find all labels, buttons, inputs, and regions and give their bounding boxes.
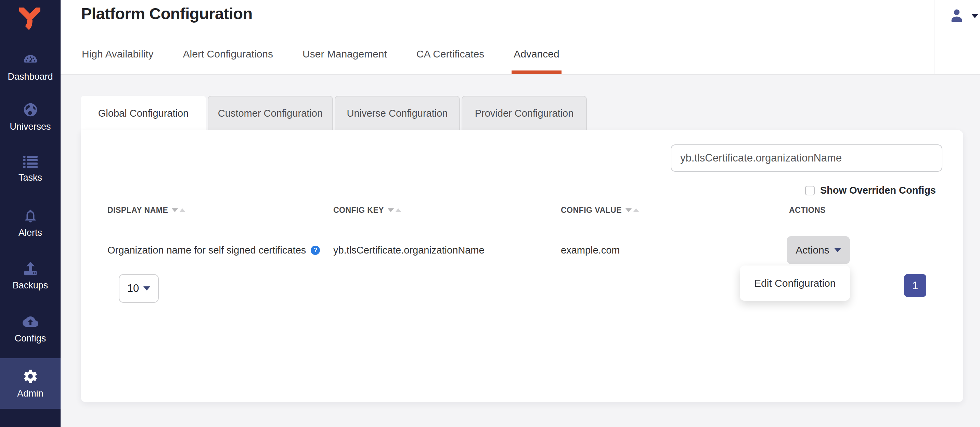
- sidebar-item-label: Admin: [17, 388, 43, 399]
- sidebar-item-label: Alerts: [19, 227, 42, 238]
- column-header-config-key[interactable]: CONFIG KEY: [333, 206, 401, 215]
- sort-icon: [172, 208, 185, 212]
- page-header: Platform Configuration High Availability…: [60, 0, 980, 75]
- table-row-config-value: example.com: [561, 236, 620, 264]
- column-header-actions: ACTIONS: [789, 206, 826, 215]
- sidebar-item-label: Backups: [13, 280, 48, 291]
- tab-provider-configuration[interactable]: Provider Configuration: [461, 96, 587, 130]
- config-card: Show Overriden Configs DISPLAY NAME CONF…: [81, 130, 963, 402]
- column-header-display-name[interactable]: DISPLAY NAME: [107, 206, 185, 215]
- table-row-config-key: yb.tlsCertificate.organizationName: [333, 236, 485, 264]
- tab-user-management[interactable]: User Management: [302, 48, 387, 74]
- sidebar-item-tasks[interactable]: Tasks: [0, 155, 60, 183]
- tab-universe-configuration[interactable]: Universe Configuration: [335, 96, 460, 130]
- gauge-icon: [22, 52, 38, 68]
- sidebar-item-universes[interactable]: Universes: [0, 102, 60, 132]
- sidebar-item-label: Universes: [10, 121, 51, 132]
- sidebar: Dashboard Universes Tasks: [0, 0, 60, 427]
- tab-advanced[interactable]: Advanced: [514, 48, 559, 74]
- gear-icon: [22, 368, 38, 384]
- show-overridden-checkbox[interactable]: [805, 186, 815, 195]
- sort-icon: [625, 208, 639, 212]
- pagination-page-1-button[interactable]: 1: [904, 274, 926, 297]
- tab-customer-configuration[interactable]: Customer Configuration: [208, 96, 333, 130]
- actions-button[interactable]: Actions: [787, 236, 850, 264]
- chevron-down-icon: [834, 248, 841, 252]
- page-title: Platform Configuration: [81, 4, 253, 23]
- sidebar-item-label: Configs: [15, 333, 46, 344]
- tab-high-availability[interactable]: High Availability: [82, 48, 154, 74]
- sidebar-item-backups[interactable]: Backups: [0, 261, 60, 291]
- show-overridden-row: Show Overriden Configs: [805, 185, 936, 196]
- sidebar-item-configs[interactable]: Configs: [0, 314, 60, 344]
- user-icon: [949, 8, 965, 25]
- header-tabs: High Availability Alert Configurations U…: [82, 48, 560, 74]
- cloud-upload-icon: [22, 314, 38, 330]
- chevron-down-icon: [972, 14, 978, 18]
- help-icon[interactable]: ?: [311, 246, 320, 255]
- sidebar-item-admin[interactable]: Admin: [0, 358, 60, 409]
- actions-dropdown-menu: Edit Configuration: [740, 265, 850, 301]
- search-input[interactable]: [671, 144, 942, 172]
- bell-icon: [22, 208, 38, 224]
- sidebar-item-dashboard[interactable]: Dashboard: [0, 52, 60, 82]
- task-list-icon: [22, 155, 38, 169]
- show-overridden-label: Show Overriden Configs: [820, 185, 936, 196]
- tab-ca-certificates[interactable]: CA Certificates: [417, 48, 484, 74]
- tab-alert-configurations[interactable]: Alert Configurations: [183, 48, 273, 74]
- sidebar-item-label: Tasks: [19, 173, 42, 183]
- sidebar-item-label: Dashboard: [8, 71, 53, 82]
- menu-item-edit-configuration[interactable]: Edit Configuration: [740, 265, 850, 301]
- page-size-selector[interactable]: 10: [119, 274, 159, 303]
- sidebar-item-alerts[interactable]: Alerts: [0, 208, 60, 238]
- globe-icon: [22, 102, 38, 118]
- tab-global-configuration[interactable]: Global Configuration: [81, 96, 206, 130]
- column-header-config-value[interactable]: CONFIG VALUE: [561, 206, 639, 215]
- config-tabs: Global Configuration Customer Configurat…: [81, 96, 587, 130]
- yugabyte-logo-icon[interactable]: [19, 8, 40, 32]
- user-menu[interactable]: [949, 8, 978, 25]
- header-divider: [934, 0, 935, 74]
- backup-upload-icon: [22, 261, 38, 276]
- chevron-down-icon: [143, 286, 150, 290]
- table-row-display-name: Organization name for self signed certif…: [107, 236, 320, 264]
- sort-icon: [388, 208, 401, 212]
